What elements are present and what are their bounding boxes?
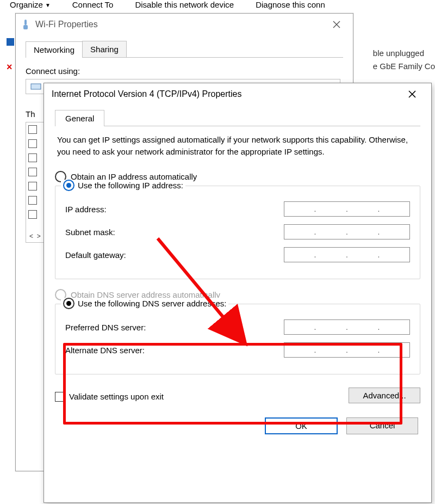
- default-gateway-input[interactable]: ...: [284, 247, 410, 262]
- wifi-close-button[interactable]: [326, 14, 347, 35]
- scroll-arrows-icon[interactable]: < >: [29, 232, 41, 240]
- radio-label: Use the following IP address:: [78, 181, 183, 190]
- close-icon: [408, 90, 417, 99]
- validate-label: Validate settings upon exit: [69, 392, 164, 401]
- ip-address-input[interactable]: ...: [284, 201, 410, 217]
- validate-settings-checkbox[interactable]: Validate settings upon exit: [55, 392, 164, 402]
- toolbar-disable-device[interactable]: Disable this network device: [135, 0, 234, 14]
- explorer-toolbar: Organize Connect To Disable this network…: [0, 0, 435, 14]
- wifi-tabs: Networking Sharing: [26, 41, 343, 58]
- ipv4-titlebar[interactable]: Internet Protocol Version 4 (TCP/IPv4) P…: [44, 83, 431, 105]
- subnet-mask-label: Subnet mask:: [65, 228, 115, 237]
- checkbox-icon: [55, 392, 65, 402]
- toolbar-connect-to[interactable]: Connect To: [72, 0, 114, 14]
- ok-button[interactable]: OK: [265, 417, 338, 434]
- svg-rect-0: [24, 20, 27, 25]
- radio-use-dns[interactable]: Use the following DNS server addresses:: [61, 298, 228, 309]
- wifi-icon: [21, 19, 30, 30]
- ipv4-properties-window: Internet Protocol Version 4 (TCP/IPv4) P…: [44, 83, 432, 503]
- svg-rect-1: [23, 25, 28, 29]
- advanced-button[interactable]: Advanced...: [349, 388, 420, 403]
- background-icon: [7, 38, 14, 46]
- preferred-dns-input[interactable]: ...: [284, 319, 410, 335]
- background-close-icon: ×: [7, 63, 14, 71]
- ipv4-intro-text: You can get IP settings assigned automat…: [57, 134, 418, 158]
- wifi-title-text: Wi-Fi Properties: [35, 20, 98, 29]
- ip-address-group: Use the following IP address: IP address…: [55, 186, 420, 279]
- bg-text-line1: ble unplugged: [373, 47, 435, 60]
- toolbar-diagnose[interactable]: Diagnose this conn: [256, 0, 325, 14]
- ip-address-label: IP address:: [65, 205, 107, 214]
- radio-use-ip[interactable]: Use the following IP address:: [61, 180, 185, 191]
- alternate-dns-label: Alternate DNS server:: [65, 346, 145, 355]
- ipv4-tabs: General: [55, 109, 420, 126]
- default-gateway-label: Default gateway:: [65, 250, 126, 260]
- radio-label: Use the following DNS server addresses:: [78, 299, 226, 308]
- nic-icon: [30, 82, 41, 91]
- background-adapter-text: ble unplugged e GbE Family Co: [373, 47, 435, 73]
- radio-icon: [63, 298, 74, 309]
- tab-general[interactable]: General: [55, 110, 104, 126]
- toolbar-organize[interactable]: Organize: [10, 0, 51, 14]
- close-icon: [333, 21, 340, 28]
- dns-group: Use the following DNS server addresses: …: [55, 304, 420, 374]
- cancel-button[interactable]: Cancel: [346, 417, 418, 434]
- subnet-mask-input[interactable]: ...: [284, 224, 410, 239]
- dialog-footer: OK Cancel: [55, 417, 420, 434]
- ipv4-close-button[interactable]: [401, 83, 424, 105]
- tab-sharing[interactable]: Sharing: [82, 41, 127, 57]
- connect-using-label: Connect using:: [26, 66, 343, 76]
- tab-networking[interactable]: Networking: [26, 41, 83, 58]
- radio-icon: [63, 180, 74, 191]
- bg-text-line2: e GbE Family Co: [373, 60, 435, 73]
- preferred-dns-label: Preferred DNS server:: [65, 323, 146, 332]
- wifi-titlebar[interactable]: Wi-Fi Properties: [16, 14, 353, 35]
- alternate-dns-input[interactable]: ...: [284, 342, 410, 358]
- svg-rect-4: [31, 84, 41, 89]
- ipv4-title-text: Internet Protocol Version 4 (TCP/IPv4) P…: [52, 89, 241, 99]
